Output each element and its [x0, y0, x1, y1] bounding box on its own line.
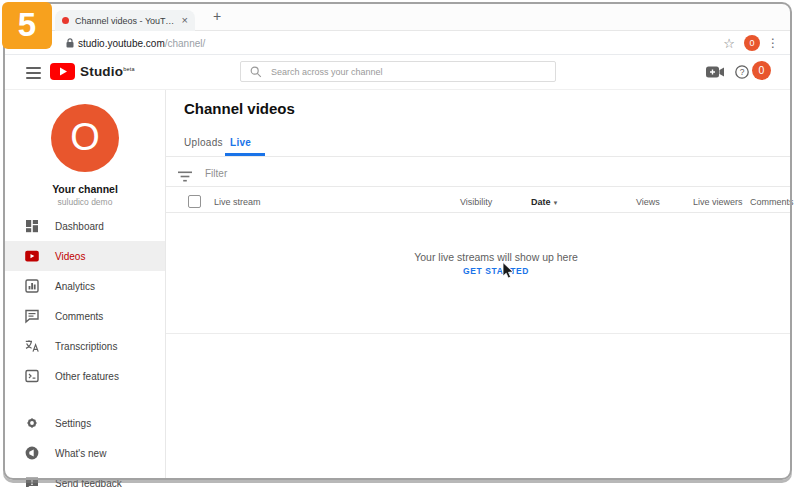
- channel-avatar[interactable]: O: [51, 104, 119, 172]
- channel-label: Your channel: [5, 183, 165, 195]
- sidebar-item-comments[interactable]: Comments: [5, 301, 165, 331]
- mouse-cursor: [502, 262, 514, 280]
- sidebar-footer-nav: Settings What's new Send feedback: [5, 408, 165, 487]
- filter-input[interactable]: Filter: [205, 168, 227, 179]
- sidebar: O Your channel suludico demo Dashboard V…: [5, 90, 166, 480]
- svg-text:?: ?: [740, 67, 745, 77]
- sort-arrow-icon: ▼: [553, 200, 559, 206]
- sidebar-item-label: Transcriptions: [55, 341, 117, 352]
- gear-icon: [24, 415, 40, 431]
- step-number-badge: 5: [2, 2, 52, 49]
- analytics-icon: [24, 278, 40, 294]
- search-placeholder: Search across your channel: [271, 67, 383, 77]
- channel-name: suludico demo: [5, 197, 165, 207]
- tab-title: Channel videos - YouTube Stu: [75, 16, 177, 26]
- url-text: studio.youtube.com/channel/: [78, 38, 205, 49]
- sidebar-item-transcriptions[interactable]: Transcriptions: [5, 331, 165, 361]
- get-started-link[interactable]: GET STARTED: [196, 266, 796, 276]
- sidebar-item-label: Comments: [55, 311, 103, 322]
- tab-uploads[interactable]: Uploads: [184, 137, 223, 148]
- sidebar-item-videos[interactable]: Videos: [5, 241, 165, 271]
- sidebar-item-send-feedback[interactable]: Send feedback: [5, 468, 165, 487]
- browser-profile-avatar[interactable]: 0: [744, 35, 760, 51]
- sidebar-item-label: Send feedback: [55, 478, 122, 487]
- url-path: /channel/: [165, 38, 206, 49]
- sidebar-item-label: Other features: [55, 371, 119, 382]
- dashboard-icon: [24, 218, 40, 234]
- search-input[interactable]: Search across your channel: [240, 61, 556, 82]
- divider: [166, 186, 791, 187]
- youtube-studio-logo[interactable]: Studiobeta: [50, 63, 135, 80]
- divider: [166, 212, 791, 213]
- filter-icon: [177, 170, 193, 184]
- main-content: Channel videos Uploads Live Filter Live …: [166, 90, 791, 480]
- brand-text: Studiobeta: [80, 64, 135, 79]
- sidebar-item-label: Analytics: [55, 281, 95, 292]
- divider: [166, 156, 791, 157]
- sidebar-item-whats-new[interactable]: What's new: [5, 438, 165, 468]
- search-icon: [249, 65, 263, 79]
- youtube-play-icon: [50, 63, 75, 80]
- empty-state-message: Your live streams will show up here: [196, 251, 796, 263]
- other-features-icon: [24, 368, 40, 384]
- sidebar-item-label: Videos: [55, 251, 85, 262]
- screenshot: Channel videos - YouTube Stu × + studio.…: [0, 0, 796, 487]
- browser-address-bar[interactable]: studio.youtube.com/channel/ ☆ 0 ⋮: [5, 31, 791, 55]
- new-tab-button[interactable]: +: [213, 8, 221, 24]
- column-comments: Comments: [750, 197, 794, 207]
- select-all-checkbox[interactable]: [188, 195, 201, 208]
- transcriptions-icon: [24, 338, 40, 354]
- column-live-viewers: Live viewers: [693, 197, 743, 207]
- help-icon[interactable]: ?: [734, 64, 750, 80]
- beta-tag: beta: [123, 66, 135, 72]
- tab-live[interactable]: Live: [230, 137, 251, 148]
- sidebar-item-label: Dashboard: [55, 221, 104, 232]
- tab-close-icon[interactable]: ×: [182, 15, 188, 26]
- section-divider: [166, 333, 791, 334]
- sidebar-item-settings[interactable]: Settings: [5, 408, 165, 438]
- studio-header: Studiobeta Search across your channel ? …: [5, 55, 791, 90]
- lock-icon: [64, 37, 76, 49]
- whats-new-icon: [24, 445, 40, 461]
- sidebar-item-other-features[interactable]: Other features: [5, 361, 165, 391]
- account-avatar[interactable]: 0: [752, 61, 771, 80]
- sidebar-item-label: Settings: [55, 418, 91, 429]
- browser-tab-strip: Channel videos - YouTube Stu × +: [5, 4, 791, 31]
- feedback-icon: [24, 475, 40, 487]
- create-video-icon[interactable]: [705, 65, 725, 79]
- column-visibility: Visibility: [460, 197, 492, 207]
- youtube-studio-favicon: [62, 17, 69, 24]
- comments-icon: [24, 308, 40, 324]
- bookmark-star-icon[interactable]: ☆: [723, 36, 735, 51]
- column-live-stream: Live stream: [214, 197, 261, 207]
- column-date[interactable]: Date▼: [531, 197, 558, 207]
- sidebar-item-dashboard[interactable]: Dashboard: [5, 211, 165, 241]
- sidebar-nav: Dashboard Videos Analytics: [5, 211, 165, 391]
- browser-tab[interactable]: Channel videos - YouTube Stu ×: [55, 10, 195, 31]
- menu-hamburger-icon[interactable]: [26, 67, 41, 82]
- sidebar-item-label: What's new: [55, 448, 106, 459]
- sidebar-item-analytics[interactable]: Analytics: [5, 271, 165, 301]
- browser-menu-icon[interactable]: ⋮: [767, 36, 779, 50]
- column-views: Views: [636, 197, 660, 207]
- videos-icon: [24, 248, 40, 264]
- page-title: Channel videos: [184, 100, 295, 117]
- url-host: studio.youtube.com: [78, 38, 165, 49]
